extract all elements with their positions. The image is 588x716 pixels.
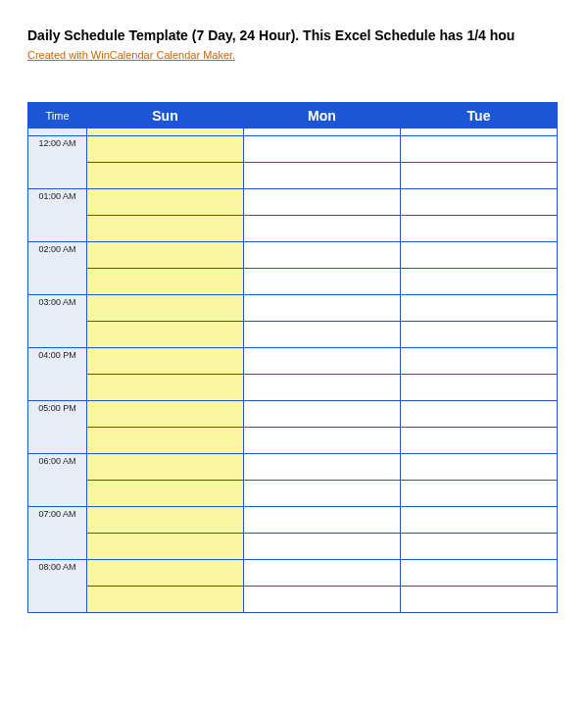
spacer-row — [28, 128, 558, 136]
time-cell: 06:00 AM — [28, 454, 87, 507]
day-slot[interactable] — [401, 375, 558, 401]
day-slot[interactable] — [401, 322, 558, 348]
day-slot[interactable] — [244, 507, 401, 534]
day-header-mon: Mon — [244, 103, 401, 128]
day-slot[interactable] — [244, 269, 401, 295]
day-slot[interactable] — [244, 534, 401, 560]
sun-slot[interactable] — [87, 560, 244, 587]
day-slot[interactable] — [401, 560, 558, 587]
day-slot[interactable] — [401, 136, 558, 163]
hour-subrow — [28, 216, 558, 242]
hour-row: 12:00 AM — [28, 136, 558, 163]
hour-subrow — [28, 322, 558, 348]
page-title: Daily Schedule Template (7 Day, 24 Hour)… — [27, 27, 588, 43]
hour-row: 02:00 AM — [28, 242, 558, 269]
sun-slot[interactable] — [87, 534, 244, 560]
schedule-body: 12:00 AM01:00 AM02:00 AM03:00 AM04:00 PM… — [28, 128, 558, 613]
day-slot[interactable] — [401, 348, 558, 375]
sun-slot[interactable] — [87, 348, 244, 375]
day-slot[interactable] — [244, 216, 401, 242]
hour-subrow — [28, 534, 558, 560]
spacer-cell — [87, 128, 244, 136]
hour-row: 08:00 AM — [28, 560, 558, 587]
day-header-tue: Tue — [401, 103, 558, 128]
day-slot[interactable] — [401, 507, 558, 534]
sun-slot[interactable] — [87, 242, 244, 269]
day-slot[interactable] — [244, 136, 401, 163]
hour-subrow — [28, 587, 558, 613]
day-header-sun: Sun — [87, 103, 244, 128]
sun-slot[interactable] — [87, 401, 244, 428]
sun-slot[interactable] — [87, 322, 244, 348]
day-slot[interactable] — [401, 481, 558, 507]
hour-subrow — [28, 481, 558, 507]
day-slot[interactable] — [401, 534, 558, 560]
hour-row: 03:00 AM — [28, 295, 558, 322]
hour-subrow — [28, 375, 558, 401]
day-slot[interactable] — [401, 269, 558, 295]
day-slot[interactable] — [401, 242, 558, 269]
header-row: Time Sun Mon Tue — [28, 103, 558, 128]
day-slot[interactable] — [244, 295, 401, 322]
sun-slot[interactable] — [87, 136, 244, 163]
day-slot[interactable] — [244, 348, 401, 375]
time-cell: 08:00 AM — [28, 560, 87, 613]
time-cell: 04:00 PM — [28, 348, 87, 401]
day-slot[interactable] — [401, 454, 558, 481]
sun-slot[interactable] — [87, 269, 244, 295]
time-cell: 12:00 AM — [28, 136, 87, 189]
sun-slot[interactable] — [87, 163, 244, 189]
hour-row: 04:00 PM — [28, 348, 558, 375]
hour-row: 01:00 AM — [28, 189, 558, 216]
sun-slot[interactable] — [87, 189, 244, 216]
day-slot[interactable] — [401, 401, 558, 428]
day-slot[interactable] — [244, 428, 401, 454]
hour-subrow — [28, 269, 558, 295]
sun-slot[interactable] — [87, 587, 244, 613]
hour-row: 05:00 PM — [28, 401, 558, 428]
day-slot[interactable] — [244, 322, 401, 348]
time-cell: 01:00 AM — [28, 189, 87, 242]
sun-slot[interactable] — [87, 507, 244, 534]
time-column-header: Time — [28, 103, 87, 128]
spacer-cell — [28, 128, 87, 136]
time-cell: 07:00 AM — [28, 507, 87, 560]
day-slot[interactable] — [401, 295, 558, 322]
day-slot[interactable] — [244, 242, 401, 269]
spacer-cell — [401, 128, 558, 136]
hour-subrow — [28, 163, 558, 189]
sun-slot[interactable] — [87, 375, 244, 401]
sun-slot[interactable] — [87, 428, 244, 454]
sun-slot[interactable] — [87, 216, 244, 242]
sun-slot[interactable] — [87, 295, 244, 322]
day-slot[interactable] — [401, 216, 558, 242]
hour-row: 07:00 AM — [28, 507, 558, 534]
hour-row: 06:00 AM — [28, 454, 558, 481]
day-slot[interactable] — [244, 481, 401, 507]
sun-slot[interactable] — [87, 454, 244, 481]
subtitle: Created with WinCalendar Calendar Maker. — [27, 45, 588, 63]
time-cell: 03:00 AM — [28, 295, 87, 348]
day-slot[interactable] — [244, 375, 401, 401]
day-slot[interactable] — [401, 428, 558, 454]
day-slot[interactable] — [401, 189, 558, 216]
day-slot[interactable] — [244, 163, 401, 189]
day-slot[interactable] — [401, 163, 558, 189]
time-cell: 05:00 PM — [28, 401, 87, 454]
day-slot[interactable] — [244, 587, 401, 613]
day-slot[interactable] — [244, 401, 401, 428]
time-cell: 02:00 AM — [28, 242, 87, 295]
spacer-cell — [244, 128, 401, 136]
sun-slot[interactable] — [87, 481, 244, 507]
day-slot[interactable] — [244, 189, 401, 216]
hour-subrow — [28, 428, 558, 454]
schedule-table: Time Sun Mon Tue 12:00 AM01:00 AM02:00 A… — [27, 102, 558, 613]
subtitle-link[interactable]: Created with WinCalendar Calendar Maker. — [27, 49, 235, 61]
day-slot[interactable] — [244, 454, 401, 481]
day-slot[interactable] — [244, 560, 401, 587]
day-slot[interactable] — [401, 587, 558, 613]
